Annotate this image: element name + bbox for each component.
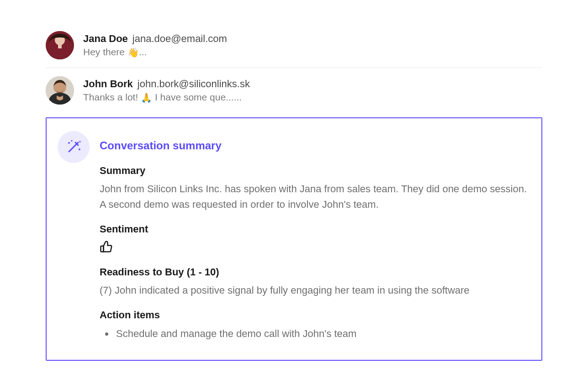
thumbs-up-icon xyxy=(100,240,530,255)
readiness-heading: Readiness to Buy (1 - 10) xyxy=(100,266,530,278)
avatar xyxy=(46,76,74,105)
magic-wand-icon xyxy=(58,131,90,163)
conversation-summary-card: Conversation summary Summary John from S… xyxy=(46,117,542,361)
message-row[interactable]: John Bork john.bork@siliconlinks.sk Than… xyxy=(46,68,542,113)
sender-name: John Bork xyxy=(83,78,133,90)
action-items-heading: Action items xyxy=(100,309,530,321)
action-items-list: Schedule and manage the demo call with J… xyxy=(100,326,530,342)
summary-title: Conversation summary xyxy=(100,139,530,152)
avatar xyxy=(46,31,74,59)
readiness-text: (7) John indicated a positive signal by … xyxy=(100,283,530,298)
sender-email: jana.doe@email.com xyxy=(132,33,227,45)
message-preview: Hey there 👋... xyxy=(83,47,542,58)
wave-emoji-icon: 👋 xyxy=(127,47,139,58)
message-preview: Thanks a lot! 🙏 I have some que...... xyxy=(83,92,542,103)
svg-rect-3 xyxy=(58,44,62,48)
sender-name: Jana Doe xyxy=(83,33,128,45)
sender-email: john.bork@siliconlinks.sk xyxy=(138,78,250,90)
sentiment-heading: Sentiment xyxy=(100,223,530,235)
action-item: Schedule and manage the demo call with J… xyxy=(114,326,530,342)
message-row[interactable]: Jana Doe jana.doe@email.com Hey there 👋.… xyxy=(46,23,542,68)
pray-emoji-icon: 🙏 xyxy=(141,93,152,103)
summary-text: John from Silicon Links Inc. has spoken … xyxy=(100,181,530,212)
summary-heading: Summary xyxy=(100,165,530,177)
